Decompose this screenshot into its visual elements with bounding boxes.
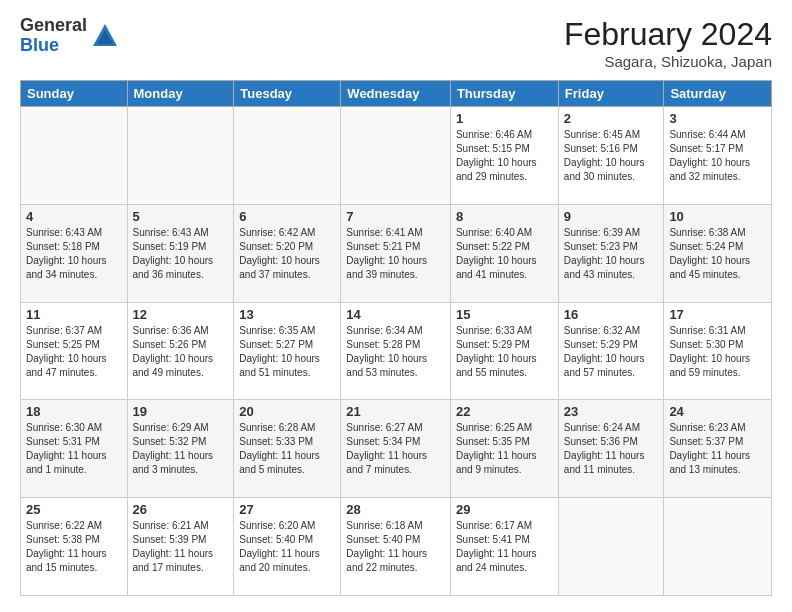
day-number: 29: [456, 502, 553, 517]
title-section: February 2024 Sagara, Shizuoka, Japan: [564, 16, 772, 70]
day-info: Sunrise: 6:23 AM Sunset: 5:37 PM Dayligh…: [669, 421, 766, 477]
calendar-header-row: SundayMondayTuesdayWednesdayThursdayFrid…: [21, 81, 772, 107]
day-number: 16: [564, 307, 659, 322]
logo: General Blue: [20, 16, 119, 56]
calendar-cell: 27Sunrise: 6:20 AM Sunset: 5:40 PM Dayli…: [234, 498, 341, 596]
day-number: 22: [456, 404, 553, 419]
week-row-1: 1Sunrise: 6:46 AM Sunset: 5:15 PM Daylig…: [21, 107, 772, 205]
day-number: 7: [346, 209, 445, 224]
day-info: Sunrise: 6:35 AM Sunset: 5:27 PM Dayligh…: [239, 324, 335, 380]
day-info: Sunrise: 6:33 AM Sunset: 5:29 PM Dayligh…: [456, 324, 553, 380]
week-row-2: 4Sunrise: 6:43 AM Sunset: 5:18 PM Daylig…: [21, 204, 772, 302]
calendar-cell: 5Sunrise: 6:43 AM Sunset: 5:19 PM Daylig…: [127, 204, 234, 302]
day-number: 12: [133, 307, 229, 322]
day-number: 26: [133, 502, 229, 517]
day-info: Sunrise: 6:28 AM Sunset: 5:33 PM Dayligh…: [239, 421, 335, 477]
day-number: 19: [133, 404, 229, 419]
day-info: Sunrise: 6:36 AM Sunset: 5:26 PM Dayligh…: [133, 324, 229, 380]
day-number: 6: [239, 209, 335, 224]
week-row-5: 25Sunrise: 6:22 AM Sunset: 5:38 PM Dayli…: [21, 498, 772, 596]
day-info: Sunrise: 6:32 AM Sunset: 5:29 PM Dayligh…: [564, 324, 659, 380]
calendar-cell: [341, 107, 451, 205]
day-info: Sunrise: 6:18 AM Sunset: 5:40 PM Dayligh…: [346, 519, 445, 575]
calendar-cell: 25Sunrise: 6:22 AM Sunset: 5:38 PM Dayli…: [21, 498, 128, 596]
week-row-3: 11Sunrise: 6:37 AM Sunset: 5:25 PM Dayli…: [21, 302, 772, 400]
calendar-cell: 2Sunrise: 6:45 AM Sunset: 5:16 PM Daylig…: [558, 107, 664, 205]
day-number: 13: [239, 307, 335, 322]
header: General Blue February 2024 Sagara, Shizu…: [20, 16, 772, 70]
day-number: 18: [26, 404, 122, 419]
calendar-cell: 22Sunrise: 6:25 AM Sunset: 5:35 PM Dayli…: [450, 400, 558, 498]
day-number: 4: [26, 209, 122, 224]
day-number: 5: [133, 209, 229, 224]
day-number: 21: [346, 404, 445, 419]
day-info: Sunrise: 6:30 AM Sunset: 5:31 PM Dayligh…: [26, 421, 122, 477]
calendar-cell: 26Sunrise: 6:21 AM Sunset: 5:39 PM Dayli…: [127, 498, 234, 596]
logo-icon: [91, 22, 119, 50]
day-number: 3: [669, 111, 766, 126]
day-info: Sunrise: 6:27 AM Sunset: 5:34 PM Dayligh…: [346, 421, 445, 477]
calendar-cell: [127, 107, 234, 205]
calendar-cell: 28Sunrise: 6:18 AM Sunset: 5:40 PM Dayli…: [341, 498, 451, 596]
day-info: Sunrise: 6:31 AM Sunset: 5:30 PM Dayligh…: [669, 324, 766, 380]
day-header-saturday: Saturday: [664, 81, 772, 107]
day-number: 2: [564, 111, 659, 126]
day-info: Sunrise: 6:41 AM Sunset: 5:21 PM Dayligh…: [346, 226, 445, 282]
day-info: Sunrise: 6:43 AM Sunset: 5:18 PM Dayligh…: [26, 226, 122, 282]
day-number: 11: [26, 307, 122, 322]
calendar-cell: 14Sunrise: 6:34 AM Sunset: 5:28 PM Dayli…: [341, 302, 451, 400]
day-info: Sunrise: 6:17 AM Sunset: 5:41 PM Dayligh…: [456, 519, 553, 575]
calendar-cell: [558, 498, 664, 596]
calendar-cell: 21Sunrise: 6:27 AM Sunset: 5:34 PM Dayli…: [341, 400, 451, 498]
calendar-table: SundayMondayTuesdayWednesdayThursdayFrid…: [20, 80, 772, 596]
calendar-cell: [21, 107, 128, 205]
calendar-cell: 3Sunrise: 6:44 AM Sunset: 5:17 PM Daylig…: [664, 107, 772, 205]
logo-general-text: General: [20, 16, 87, 36]
calendar-cell: 17Sunrise: 6:31 AM Sunset: 5:30 PM Dayli…: [664, 302, 772, 400]
calendar-cell: 13Sunrise: 6:35 AM Sunset: 5:27 PM Dayli…: [234, 302, 341, 400]
day-number: 10: [669, 209, 766, 224]
calendar-cell: 29Sunrise: 6:17 AM Sunset: 5:41 PM Dayli…: [450, 498, 558, 596]
calendar-cell: 18Sunrise: 6:30 AM Sunset: 5:31 PM Dayli…: [21, 400, 128, 498]
day-number: 14: [346, 307, 445, 322]
calendar-cell: 24Sunrise: 6:23 AM Sunset: 5:37 PM Dayli…: [664, 400, 772, 498]
calendar-cell: [234, 107, 341, 205]
day-number: 25: [26, 502, 122, 517]
day-info: Sunrise: 6:21 AM Sunset: 5:39 PM Dayligh…: [133, 519, 229, 575]
day-info: Sunrise: 6:24 AM Sunset: 5:36 PM Dayligh…: [564, 421, 659, 477]
calendar-cell: [664, 498, 772, 596]
day-header-friday: Friday: [558, 81, 664, 107]
calendar-cell: 11Sunrise: 6:37 AM Sunset: 5:25 PM Dayli…: [21, 302, 128, 400]
day-info: Sunrise: 6:39 AM Sunset: 5:23 PM Dayligh…: [564, 226, 659, 282]
month-title: February 2024: [564, 16, 772, 53]
calendar-cell: 20Sunrise: 6:28 AM Sunset: 5:33 PM Dayli…: [234, 400, 341, 498]
day-number: 9: [564, 209, 659, 224]
week-row-4: 18Sunrise: 6:30 AM Sunset: 5:31 PM Dayli…: [21, 400, 772, 498]
calendar-cell: 15Sunrise: 6:33 AM Sunset: 5:29 PM Dayli…: [450, 302, 558, 400]
logo-blue-text: Blue: [20, 36, 87, 56]
day-info: Sunrise: 6:46 AM Sunset: 5:15 PM Dayligh…: [456, 128, 553, 184]
location: Sagara, Shizuoka, Japan: [564, 53, 772, 70]
calendar-cell: 16Sunrise: 6:32 AM Sunset: 5:29 PM Dayli…: [558, 302, 664, 400]
day-number: 28: [346, 502, 445, 517]
calendar-cell: 19Sunrise: 6:29 AM Sunset: 5:32 PM Dayli…: [127, 400, 234, 498]
day-number: 20: [239, 404, 335, 419]
day-number: 24: [669, 404, 766, 419]
day-header-monday: Monday: [127, 81, 234, 107]
calendar-cell: 9Sunrise: 6:39 AM Sunset: 5:23 PM Daylig…: [558, 204, 664, 302]
day-info: Sunrise: 6:22 AM Sunset: 5:38 PM Dayligh…: [26, 519, 122, 575]
day-info: Sunrise: 6:34 AM Sunset: 5:28 PM Dayligh…: [346, 324, 445, 380]
day-number: 15: [456, 307, 553, 322]
day-header-tuesday: Tuesday: [234, 81, 341, 107]
calendar-cell: 23Sunrise: 6:24 AM Sunset: 5:36 PM Dayli…: [558, 400, 664, 498]
day-info: Sunrise: 6:29 AM Sunset: 5:32 PM Dayligh…: [133, 421, 229, 477]
day-info: Sunrise: 6:20 AM Sunset: 5:40 PM Dayligh…: [239, 519, 335, 575]
calendar-cell: 12Sunrise: 6:36 AM Sunset: 5:26 PM Dayli…: [127, 302, 234, 400]
calendar-cell: 6Sunrise: 6:42 AM Sunset: 5:20 PM Daylig…: [234, 204, 341, 302]
day-number: 23: [564, 404, 659, 419]
day-info: Sunrise: 6:38 AM Sunset: 5:24 PM Dayligh…: [669, 226, 766, 282]
calendar-cell: 8Sunrise: 6:40 AM Sunset: 5:22 PM Daylig…: [450, 204, 558, 302]
day-info: Sunrise: 6:40 AM Sunset: 5:22 PM Dayligh…: [456, 226, 553, 282]
day-info: Sunrise: 6:43 AM Sunset: 5:19 PM Dayligh…: [133, 226, 229, 282]
calendar-cell: 7Sunrise: 6:41 AM Sunset: 5:21 PM Daylig…: [341, 204, 451, 302]
